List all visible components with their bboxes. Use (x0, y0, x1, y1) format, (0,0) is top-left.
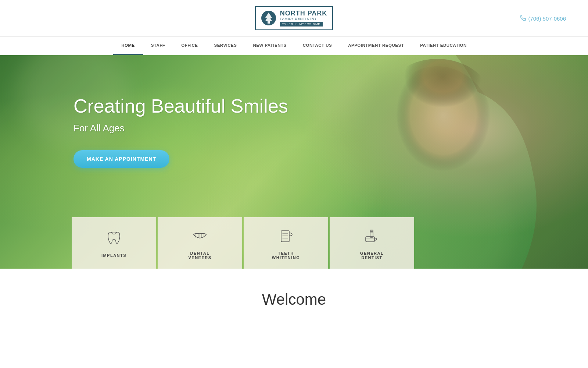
welcome-title: Welcome (7, 291, 581, 308)
whitening-icon (276, 226, 296, 247)
nav-item-office[interactable]: OFFICE (173, 37, 206, 55)
general-dentist-icon (362, 226, 382, 247)
site-header: NORTH PARK FAMILY DENTISTRY TYLER K. MYE… (0, 0, 588, 37)
logo-text: NORTH PARK FAMILY DENTISTRY TYLER K. MYE… (280, 10, 327, 27)
main-nav: HOME STAFF OFFICE SERVICES NEW PATIENTS … (0, 37, 588, 55)
logo-subtitle: FAMILY DENTISTRY (280, 17, 317, 21)
nav-list: HOME STAFF OFFICE SERVICES NEW PATIENTS … (113, 37, 475, 55)
hero-content: Creating Beautiful Smiles For All Ages M… (74, 96, 288, 168)
phone-number[interactable]: (706) 507-0606 (520, 15, 566, 21)
implants-icon (104, 229, 124, 249)
logo-doctor: TYLER K. MYERS DMD (280, 22, 323, 26)
service-card-whitening[interactable]: TEETH WHITENING (244, 217, 328, 269)
hero-section: Creating Beautiful Smiles For All Ages M… (0, 55, 588, 269)
logo-title: NORTH PARK (280, 10, 327, 17)
veneers-icon (190, 226, 210, 247)
nav-item-home[interactable]: HOME (113, 37, 143, 55)
hero-subtitle: For All Ages (74, 123, 288, 134)
logo[interactable]: NORTH PARK FAMILY DENTISTRY TYLER K. MYE… (255, 6, 333, 31)
phone-icon (520, 15, 526, 21)
service-card-general[interactable]: GENERAL DENTIST (330, 217, 414, 269)
service-label-whitening: TEETH WHITENING (272, 251, 300, 260)
hero-title: Creating Beautiful Smiles (74, 96, 288, 117)
nav-item-new-patients[interactable]: NEW PATIENTS (245, 37, 294, 55)
nav-item-services[interactable]: SERVICES (206, 37, 245, 55)
svg-rect-4 (281, 231, 289, 242)
nav-item-appointment[interactable]: APPOINTMENT REQUEST (340, 37, 412, 55)
welcome-section: Welcome (0, 269, 588, 323)
logo-tree-icon (261, 10, 276, 26)
nav-item-staff[interactable]: STAFF (143, 37, 173, 55)
nav-item-contact[interactable]: CONTACT US (295, 37, 340, 55)
appointment-button[interactable]: MAKE AN APPOINTMENT (74, 150, 169, 168)
service-label-veneers: DENTAL VENEERS (188, 251, 211, 260)
service-cards-container: IMPLANTS DENTAL VENEERS (72, 217, 414, 269)
service-label-general: GENERAL DENTIST (360, 251, 384, 260)
service-label-implants: IMPLANTS (101, 253, 126, 258)
nav-item-education[interactable]: PATIENT EDUCATION (412, 37, 475, 55)
service-card-veneers[interactable]: DENTAL VENEERS (158, 217, 242, 269)
service-card-implants[interactable]: IMPLANTS (72, 217, 156, 269)
phone-text: (706) 507-0606 (528, 15, 566, 21)
